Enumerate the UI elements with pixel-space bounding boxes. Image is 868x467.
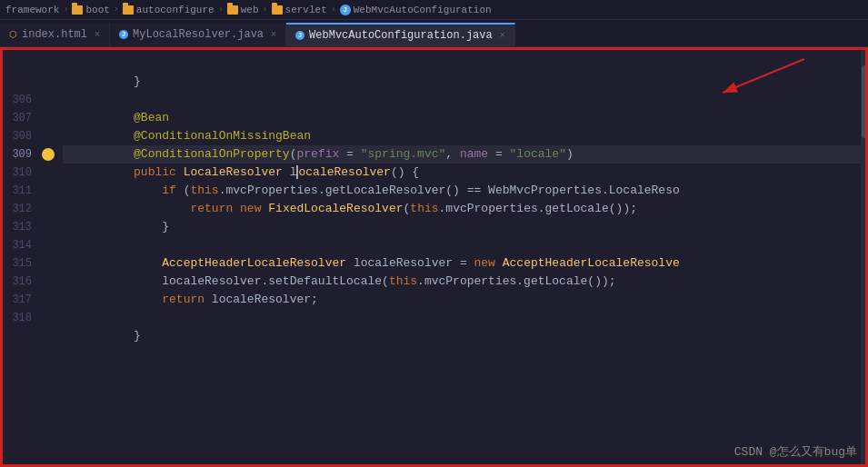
- java-icon-tab1: J: [119, 30, 128, 39]
- scrollbar[interactable]: [861, 47, 868, 467]
- breadcrumb-servlet[interactable]: servlet: [272, 5, 327, 15]
- breadcrumb-web-label: web: [241, 5, 259, 15]
- gutter-row-6: [41, 145, 55, 164]
- tab-mylocal-label: MyLocalResolver.java: [133, 28, 264, 41]
- editor-container: 306 307 308 309 310 311 312 313 314 315 …: [0, 47, 868, 467]
- tab-index[interactable]: ⬡ index.html ×: [0, 23, 110, 46]
- breadcrumb-autoconf-label: autoconfigure: [136, 5, 215, 15]
- gutter-row-2: [41, 73, 55, 91]
- line-num-15: 318: [0, 309, 41, 327]
- tab-webmvc[interactable]: J WebMvcAutoConfiguration.java ×: [286, 23, 515, 46]
- java-icon-webmvc: J: [340, 5, 351, 15]
- line-num-7: 310: [0, 164, 41, 182]
- watermark: CSDN @怎么又有bug单: [734, 443, 857, 460]
- sep3: ›: [218, 5, 224, 15]
- folder-icon-web: [227, 5, 238, 15]
- tab-mylocal[interactable]: J MyLocalResolver.java ×: [110, 23, 286, 46]
- folder-icon-autoconf: [123, 5, 134, 15]
- sep5: ›: [331, 5, 336, 15]
- code-line-3: @Bean: [63, 91, 861, 109]
- gutter-row-12: [41, 254, 55, 273]
- code-line-4: @ConditionalOnMissingBean: [63, 109, 861, 127]
- line-num-4: 307: [0, 109, 41, 127]
- breadcrumb-webmvc[interactable]: J WebMvcAutoConfiguration: [340, 5, 492, 15]
- tab-bar: ⬡ index.html × J MyLocalResolver.java × …: [0, 20, 868, 47]
- line-num-14: 317: [0, 291, 41, 309]
- breadcrumb-servlet-label: servlet: [285, 5, 327, 15]
- gutter-row-4: [41, 109, 55, 127]
- java-icon-tab2: J: [295, 31, 304, 40]
- breadcrumb-boot[interactable]: boot: [72, 5, 109, 15]
- breadcrumb-framework[interactable]: framework: [5, 5, 59, 15]
- code-line-1: }: [63, 55, 861, 73]
- line-num-3: 306: [0, 91, 41, 109]
- scrollbar-thumb[interactable]: [862, 65, 867, 138]
- line-num-5: 308: [0, 127, 41, 145]
- code-area[interactable]: } @Bean @ConditionalOnMissingBean @Condi…: [55, 47, 861, 467]
- line-num-12: 315: [0, 254, 41, 273]
- line-num-9: 312: [0, 200, 41, 218]
- breadcrumb-webmvc-label: WebMvcAutoConfiguration: [354, 5, 492, 15]
- tab-index-label: index.html: [22, 28, 87, 41]
- gutter-row-14: [41, 291, 55, 309]
- line-num-13: 316: [0, 273, 41, 291]
- code-line-2: [63, 73, 861, 91]
- folder-icon-servlet: [272, 5, 283, 15]
- sep1: ›: [63, 5, 68, 15]
- line-num-10: 313: [0, 218, 41, 236]
- gutter-row-1: [41, 55, 55, 73]
- tab-index-close[interactable]: ×: [95, 30, 100, 40]
- gutter-row-7: [41, 164, 55, 182]
- code-line-15: }: [63, 309, 861, 327]
- gutter-row-15: [41, 309, 55, 327]
- breadcrumb-framework-label: framework: [5, 5, 59, 15]
- line-num-6: 309: [0, 145, 41, 164]
- line-numbers: 306 307 308 309 310 311 312 313 314 315 …: [0, 47, 41, 467]
- gutter-row-5: [41, 127, 55, 145]
- tab-webmvc-close[interactable]: ×: [500, 31, 505, 41]
- bulb-icon[interactable]: [42, 148, 55, 161]
- breadcrumb-boot-label: boot: [85, 5, 109, 15]
- breadcrumb-web[interactable]: web: [227, 5, 259, 15]
- tab-webmvc-label: WebMvcAutoConfiguration.java: [309, 29, 493, 42]
- breadcrumb-bar: framework › boot › autoconfigure › web ›…: [0, 0, 868, 20]
- breadcrumb-autoconfigure[interactable]: autoconfigure: [123, 5, 215, 15]
- gutter-row-3: [41, 91, 55, 109]
- sep4: ›: [263, 5, 268, 15]
- gutter-row-9: [41, 200, 55, 218]
- line-num-11: 314: [0, 236, 41, 254]
- gutter-row-10: [41, 218, 55, 236]
- gutter-row-8: [41, 182, 55, 200]
- code-line-11: AcceptHeaderLocaleResolver localeResolve…: [63, 236, 861, 254]
- line-num-1: [0, 55, 41, 73]
- sep2: ›: [114, 5, 119, 15]
- gutter-row-11: [41, 236, 55, 254]
- gutter-row-13: [41, 273, 55, 291]
- line-num-8: 311: [0, 182, 41, 200]
- html-icon: ⬡: [9, 29, 17, 40]
- folder-icon-boot: [72, 5, 83, 15]
- tab-mylocal-close[interactable]: ×: [271, 30, 276, 40]
- gutter: [41, 47, 55, 467]
- line-num-2: [0, 73, 41, 91]
- code-line-10: [63, 218, 861, 236]
